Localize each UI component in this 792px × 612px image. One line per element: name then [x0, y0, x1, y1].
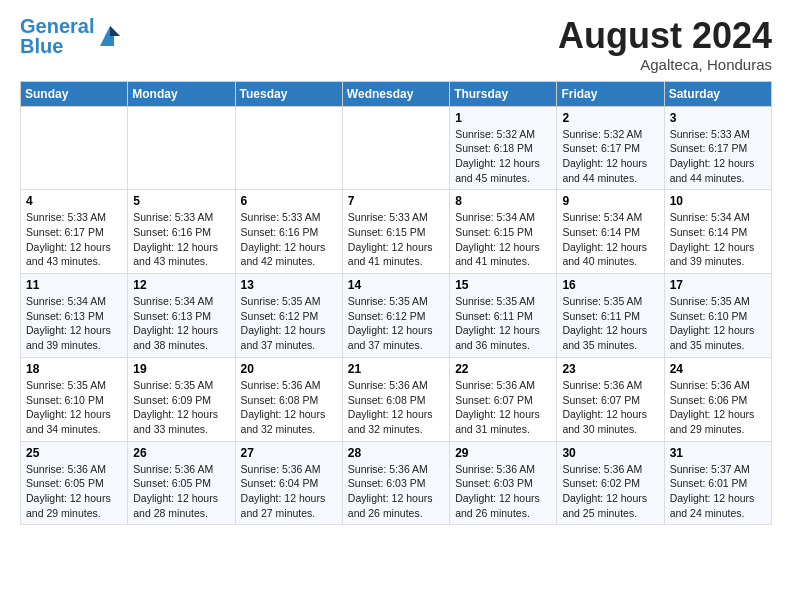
- day-number: 14: [348, 278, 444, 292]
- day-number: 21: [348, 362, 444, 376]
- calendar-cell: 11Sunrise: 5:34 AMSunset: 6:13 PMDayligh…: [21, 274, 128, 358]
- day-info: Sunrise: 5:36 AMSunset: 6:04 PMDaylight:…: [241, 462, 337, 521]
- calendar-cell: 27Sunrise: 5:36 AMSunset: 6:04 PMDayligh…: [235, 441, 342, 525]
- day-number: 20: [241, 362, 337, 376]
- day-number: 13: [241, 278, 337, 292]
- day-info: Sunrise: 5:34 AMSunset: 6:15 PMDaylight:…: [455, 210, 551, 269]
- calendar-cell: 5Sunrise: 5:33 AMSunset: 6:16 PMDaylight…: [128, 190, 235, 274]
- day-info: Sunrise: 5:36 AMSunset: 6:08 PMDaylight:…: [241, 378, 337, 437]
- calendar-cell: [342, 106, 449, 190]
- week-row-5: 25Sunrise: 5:36 AMSunset: 6:05 PMDayligh…: [21, 441, 772, 525]
- day-number: 7: [348, 194, 444, 208]
- calendar-cell: 28Sunrise: 5:36 AMSunset: 6:03 PMDayligh…: [342, 441, 449, 525]
- day-number: 15: [455, 278, 551, 292]
- day-number: 3: [670, 111, 766, 125]
- day-info: Sunrise: 5:34 AMSunset: 6:13 PMDaylight:…: [26, 294, 122, 353]
- calendar-cell: 2Sunrise: 5:32 AMSunset: 6:17 PMDaylight…: [557, 106, 664, 190]
- page-container: GeneralBlue August 2024 Agalteca, Hondur…: [0, 0, 792, 535]
- calendar-cell: 4Sunrise: 5:33 AMSunset: 6:17 PMDaylight…: [21, 190, 128, 274]
- day-number: 29: [455, 446, 551, 460]
- day-info: Sunrise: 5:35 AMSunset: 6:11 PMDaylight:…: [455, 294, 551, 353]
- day-number: 2: [562, 111, 658, 125]
- day-number: 10: [670, 194, 766, 208]
- day-info: Sunrise: 5:35 AMSunset: 6:10 PMDaylight:…: [26, 378, 122, 437]
- calendar-cell: [128, 106, 235, 190]
- day-number: 19: [133, 362, 229, 376]
- col-header-sunday: Sunday: [21, 81, 128, 106]
- day-number: 26: [133, 446, 229, 460]
- day-number: 17: [670, 278, 766, 292]
- calendar-table: SundayMondayTuesdayWednesdayThursdayFrid…: [20, 81, 772, 526]
- calendar-cell: 25Sunrise: 5:36 AMSunset: 6:05 PMDayligh…: [21, 441, 128, 525]
- calendar-cell: 20Sunrise: 5:36 AMSunset: 6:08 PMDayligh…: [235, 357, 342, 441]
- day-info: Sunrise: 5:36 AMSunset: 6:02 PMDaylight:…: [562, 462, 658, 521]
- day-info: Sunrise: 5:36 AMSunset: 6:05 PMDaylight:…: [133, 462, 229, 521]
- day-info: Sunrise: 5:33 AMSunset: 6:15 PMDaylight:…: [348, 210, 444, 269]
- calendar-cell: 10Sunrise: 5:34 AMSunset: 6:14 PMDayligh…: [664, 190, 771, 274]
- day-info: Sunrise: 5:36 AMSunset: 6:03 PMDaylight:…: [348, 462, 444, 521]
- title-block: August 2024 Agalteca, Honduras: [558, 16, 772, 73]
- day-info: Sunrise: 5:33 AMSunset: 6:16 PMDaylight:…: [241, 210, 337, 269]
- day-info: Sunrise: 5:32 AMSunset: 6:17 PMDaylight:…: [562, 127, 658, 186]
- calendar-cell: 17Sunrise: 5:35 AMSunset: 6:10 PMDayligh…: [664, 274, 771, 358]
- day-info: Sunrise: 5:34 AMSunset: 6:14 PMDaylight:…: [562, 210, 658, 269]
- day-info: Sunrise: 5:32 AMSunset: 6:18 PMDaylight:…: [455, 127, 551, 186]
- week-row-3: 11Sunrise: 5:34 AMSunset: 6:13 PMDayligh…: [21, 274, 772, 358]
- day-info: Sunrise: 5:35 AMSunset: 6:10 PMDaylight:…: [670, 294, 766, 353]
- calendar-cell: 30Sunrise: 5:36 AMSunset: 6:02 PMDayligh…: [557, 441, 664, 525]
- day-number: 31: [670, 446, 766, 460]
- calendar-cell: 3Sunrise: 5:33 AMSunset: 6:17 PMDaylight…: [664, 106, 771, 190]
- day-number: 30: [562, 446, 658, 460]
- day-info: Sunrise: 5:36 AMSunset: 6:03 PMDaylight:…: [455, 462, 551, 521]
- col-header-friday: Friday: [557, 81, 664, 106]
- svg-marker-1: [110, 26, 120, 36]
- calendar-cell: 23Sunrise: 5:36 AMSunset: 6:07 PMDayligh…: [557, 357, 664, 441]
- header: GeneralBlue August 2024 Agalteca, Hondur…: [20, 16, 772, 73]
- day-info: Sunrise: 5:35 AMSunset: 6:11 PMDaylight:…: [562, 294, 658, 353]
- day-info: Sunrise: 5:35 AMSunset: 6:12 PMDaylight:…: [241, 294, 337, 353]
- day-info: Sunrise: 5:37 AMSunset: 6:01 PMDaylight:…: [670, 462, 766, 521]
- day-number: 23: [562, 362, 658, 376]
- calendar-cell: 21Sunrise: 5:36 AMSunset: 6:08 PMDayligh…: [342, 357, 449, 441]
- day-number: 9: [562, 194, 658, 208]
- day-number: 28: [348, 446, 444, 460]
- week-row-2: 4Sunrise: 5:33 AMSunset: 6:17 PMDaylight…: [21, 190, 772, 274]
- calendar-cell: [235, 106, 342, 190]
- day-info: Sunrise: 5:34 AMSunset: 6:13 PMDaylight:…: [133, 294, 229, 353]
- calendar-cell: 19Sunrise: 5:35 AMSunset: 6:09 PMDayligh…: [128, 357, 235, 441]
- day-number: 24: [670, 362, 766, 376]
- day-info: Sunrise: 5:35 AMSunset: 6:12 PMDaylight:…: [348, 294, 444, 353]
- calendar-cell: 31Sunrise: 5:37 AMSunset: 6:01 PMDayligh…: [664, 441, 771, 525]
- day-number: 25: [26, 446, 122, 460]
- subtitle: Agalteca, Honduras: [558, 56, 772, 73]
- col-header-saturday: Saturday: [664, 81, 771, 106]
- calendar-cell: 13Sunrise: 5:35 AMSunset: 6:12 PMDayligh…: [235, 274, 342, 358]
- logo: GeneralBlue: [20, 16, 124, 56]
- calendar-header-row: SundayMondayTuesdayWednesdayThursdayFrid…: [21, 81, 772, 106]
- day-number: 22: [455, 362, 551, 376]
- calendar-cell: [21, 106, 128, 190]
- main-title: August 2024: [558, 16, 772, 56]
- day-number: 8: [455, 194, 551, 208]
- calendar-cell: 1Sunrise: 5:32 AMSunset: 6:18 PMDaylight…: [450, 106, 557, 190]
- day-number: 4: [26, 194, 122, 208]
- calendar-cell: 15Sunrise: 5:35 AMSunset: 6:11 PMDayligh…: [450, 274, 557, 358]
- day-info: Sunrise: 5:36 AMSunset: 6:07 PMDaylight:…: [455, 378, 551, 437]
- day-info: Sunrise: 5:34 AMSunset: 6:14 PMDaylight:…: [670, 210, 766, 269]
- calendar-cell: 22Sunrise: 5:36 AMSunset: 6:07 PMDayligh…: [450, 357, 557, 441]
- col-header-wednesday: Wednesday: [342, 81, 449, 106]
- day-info: Sunrise: 5:33 AMSunset: 6:16 PMDaylight:…: [133, 210, 229, 269]
- day-info: Sunrise: 5:36 AMSunset: 6:08 PMDaylight:…: [348, 378, 444, 437]
- day-number: 6: [241, 194, 337, 208]
- col-header-thursday: Thursday: [450, 81, 557, 106]
- day-info: Sunrise: 5:36 AMSunset: 6:05 PMDaylight:…: [26, 462, 122, 521]
- col-header-monday: Monday: [128, 81, 235, 106]
- day-number: 27: [241, 446, 337, 460]
- calendar-cell: 9Sunrise: 5:34 AMSunset: 6:14 PMDaylight…: [557, 190, 664, 274]
- calendar-cell: 14Sunrise: 5:35 AMSunset: 6:12 PMDayligh…: [342, 274, 449, 358]
- day-info: Sunrise: 5:36 AMSunset: 6:07 PMDaylight:…: [562, 378, 658, 437]
- calendar-cell: 26Sunrise: 5:36 AMSunset: 6:05 PMDayligh…: [128, 441, 235, 525]
- day-number: 11: [26, 278, 122, 292]
- day-number: 1: [455, 111, 551, 125]
- day-info: Sunrise: 5:33 AMSunset: 6:17 PMDaylight:…: [26, 210, 122, 269]
